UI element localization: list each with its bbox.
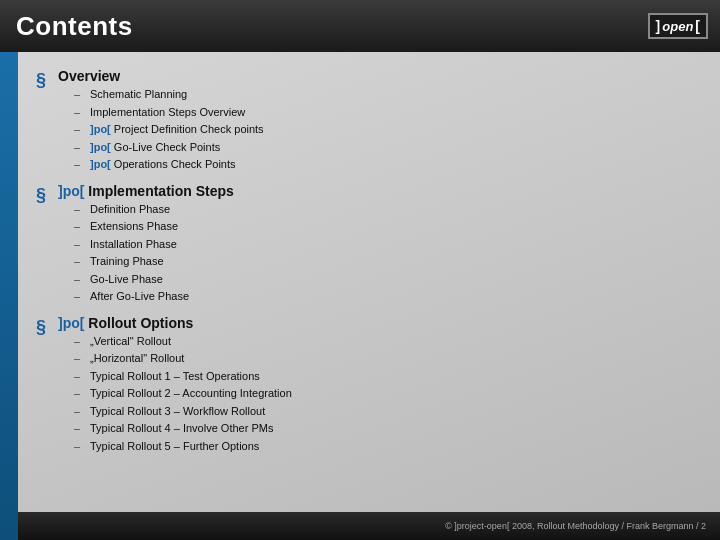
list-item: – ]po[ Project Definition Check points [74,121,700,138]
dash-icon: – [74,123,84,135]
dash-icon: – [74,106,84,118]
section-implementation-content: ]po[ Implementation Steps – Definition P… [58,183,700,305]
jpo-label: ]po[ [90,158,111,170]
logo: ] open [ [648,13,708,39]
dash-icon: – [74,88,84,100]
item-text: ]po[ Project Definition Check points [90,121,264,138]
dash-icon: – [74,158,84,170]
item-text: Typical Rollout 1 – Test Operations [90,368,260,385]
list-item: – Extensions Phase [74,218,700,235]
page-title: Contents [16,11,133,42]
section-implementation: § ]po[ Implementation Steps – Definition… [36,183,700,305]
dash-icon: – [74,405,84,417]
logo-left-bracket: ] [656,18,661,34]
list-item: – Definition Phase [74,201,700,218]
section-overview-content: Overview – Schematic Planning – Implemen… [58,68,700,173]
list-item: – Typical Rollout 2 – Accounting Integra… [74,385,700,402]
item-text: Extensions Phase [90,218,178,235]
list-item: – ]po[ Go-Live Check Points [74,139,700,156]
list-item: – Typical Rollout 3 – Workflow Rollout [74,403,700,420]
item-text: Definition Phase [90,201,170,218]
item-text: Typical Rollout 2 – Accounting Integrati… [90,385,292,402]
dash-icon: – [74,335,84,347]
section-implementation-title: ]po[ Implementation Steps [58,183,700,199]
item-text: Training Phase [90,253,164,270]
list-item: – After Go-Live Phase [74,288,700,305]
list-item: – Typical Rollout 1 – Test Operations [74,368,700,385]
dash-icon: – [74,238,84,250]
list-item: – Typical Rollout 4 – Involve Other PMs [74,420,700,437]
dash-icon: – [74,422,84,434]
item-text: „Horizontal" Rollout [90,350,184,367]
section-rollout: § ]po[ Rollout Options – „Vertical" Roll… [36,315,700,455]
page: Contents ] open [ § Overview – Schematic… [0,0,720,540]
list-item: – Training Phase [74,253,700,270]
item-text: ]po[ Go-Live Check Points [90,139,220,156]
item-text: Typical Rollout 5 – Further Options [90,438,259,455]
content-area: § Overview – Schematic Planning – Implem… [0,52,720,512]
accent-strip [0,52,18,540]
item-text: ]po[ Operations Check Points [90,156,236,173]
item-text: Installation Phase [90,236,177,253]
list-item: – Go-Live Phase [74,271,700,288]
section-rollout-content: ]po[ Rollout Options – „Vertical" Rollou… [58,315,700,455]
implementation-items: – Definition Phase – Extensions Phase – … [58,201,700,305]
bullet-overview: § [36,70,52,91]
item-text: Typical Rollout 3 – Workflow Rollout [90,403,265,420]
footer: © ]project-open[ 2008, Rollout Methodolo… [0,512,720,540]
rollout-items: – „Vertical" Rollout – „Horizontal" Roll… [58,333,700,455]
footer-text: © ]project-open[ 2008, Rollout Methodolo… [445,521,706,531]
item-text: After Go-Live Phase [90,288,189,305]
dash-icon: – [74,203,84,215]
dash-icon: – [74,273,84,285]
item-text: Typical Rollout 4 – Involve Other PMs [90,420,273,437]
jpo-bracket: ]po[ [58,183,84,199]
section-overview: § Overview – Schematic Planning – Implem… [36,68,700,173]
dash-icon: – [74,440,84,452]
dash-icon: – [74,352,84,364]
dash-icon: – [74,255,84,267]
section-rollout-title: ]po[ Rollout Options [58,315,700,331]
header: Contents ] open [ [0,0,720,52]
item-text: Implementation Steps Overview [90,104,245,121]
section-overview-title: Overview [58,68,700,84]
list-item: – Schematic Planning [74,86,700,103]
dash-icon: – [74,141,84,153]
jpo-bracket: ]po[ [58,315,84,331]
list-item: – Implementation Steps Overview [74,104,700,121]
list-item: – Installation Phase [74,236,700,253]
item-text: Go-Live Phase [90,271,163,288]
bullet-implementation: § [36,185,52,206]
dash-icon: – [74,387,84,399]
item-text: Schematic Planning [90,86,187,103]
logo-text: open [662,19,693,34]
list-item: – „Vertical" Rollout [74,333,700,350]
list-item: – „Horizontal" Rollout [74,350,700,367]
dash-icon: – [74,370,84,382]
dash-icon: – [74,220,84,232]
dash-icon: – [74,290,84,302]
list-item: – Typical Rollout 5 – Further Options [74,438,700,455]
overview-items: – Schematic Planning – Implementation St… [58,86,700,173]
list-item: – ]po[ Operations Check Points [74,156,700,173]
item-text: „Vertical" Rollout [90,333,171,350]
jpo-label: ]po[ [90,123,111,135]
logo-right-bracket: [ [695,18,700,34]
bullet-rollout: § [36,317,52,338]
jpo-label: ]po[ [90,141,111,153]
